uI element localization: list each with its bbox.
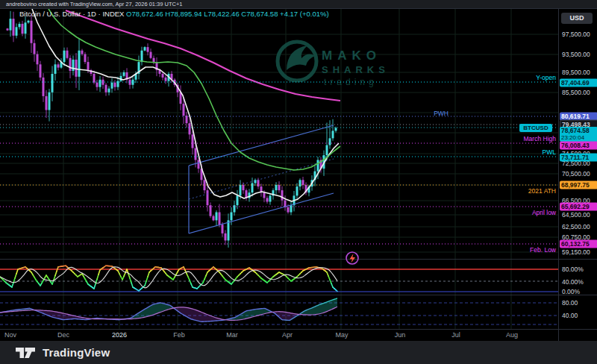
- price-tick-label: 80.00%: [562, 266, 584, 273]
- tradingview-chart-window: MAKO SHARKS trading andrebovino created …: [0, 0, 597, 364]
- level-line-label: PWL: [543, 148, 556, 156]
- currency-toggle-button[interactable]: USD: [561, 13, 593, 24]
- chart-canvas[interactable]: MAKO SHARKS trading: [0, 0, 597, 364]
- ohlc-open: O78,672.46: [126, 10, 163, 18]
- price-line-badge[interactable]: 60,132.75: [560, 240, 597, 248]
- symbol-title[interactable]: Bitcoin / U.S. Dollar · 1D · INDEX: [19, 10, 124, 18]
- ohlc-high: H78,895.94: [165, 10, 201, 18]
- ohlc-low: L78,422.46: [204, 10, 240, 18]
- symbol-legend[interactable]: Bitcoin / U.S. Dollar · 1D · INDEX O78,6…: [19, 10, 329, 18]
- ohlc-close: C78,674.58: [241, 10, 278, 18]
- tradingview-logo-icon[interactable]: [15, 345, 36, 361]
- price-line-badge[interactable]: 87,404.69: [560, 79, 597, 87]
- time-axis-label: Jun: [395, 331, 406, 339]
- price-tick-label: 85,500.00: [562, 89, 590, 96]
- stochastic-pane: [0, 266, 558, 292]
- price-tick-label: 40.00%: [562, 278, 584, 286]
- price-line-badge[interactable]: 68,997.75: [560, 181, 597, 189]
- ohlc-change: +4.17 (+0.01%): [280, 10, 329, 18]
- price-line-badge[interactable]: 65,692.29: [560, 203, 597, 211]
- lightning-sticker[interactable]: [346, 252, 358, 264]
- brand-watermark: MAKO SHARKS trading: [278, 42, 390, 87]
- price-line-badge[interactable]: 76,008.43: [560, 142, 597, 150]
- level-line-label: Y-open: [536, 74, 556, 81]
- series-label-badge: BTCUSD: [519, 124, 552, 132]
- footer-bar: TradingView: [0, 341, 597, 364]
- watermark-line2: SHARKS: [322, 64, 390, 75]
- time-axis-label: May: [335, 331, 348, 339]
- level-line-label: PWH: [434, 110, 448, 117]
- price-tick-label: 97,500.00: [562, 31, 590, 38]
- countdown-timer: 23:20:04: [561, 134, 596, 141]
- time-axis-label: Apr: [282, 331, 293, 339]
- price-line-badge[interactable]: 78,674.5823:20:04: [560, 127, 597, 142]
- wavetrend-pane: [0, 298, 558, 324]
- price-tick-label: 80.00: [562, 299, 578, 307]
- level-line-label: 2021 ATH: [528, 187, 556, 195]
- price-tick-label: 70,500.00: [562, 170, 590, 178]
- price-tick-label: 40.00: [562, 312, 578, 319]
- time-axis-label: Feb: [173, 331, 185, 339]
- level-line-label: April low: [532, 209, 556, 216]
- price-tick-label: 93,500.00: [562, 51, 590, 58]
- attribution-text: andrebovino created with TradingView.com…: [6, 1, 182, 7]
- time-axis-label: 2026: [112, 331, 127, 339]
- attribution-bar: andrebovino created with TradingView.com…: [0, 0, 597, 8]
- lightning-bolt-icon: [350, 254, 356, 263]
- price-tick-label: 64,500.00: [562, 211, 590, 219]
- tradingview-wordmark[interactable]: TradingView: [43, 346, 110, 359]
- time-axis-label: Mar: [226, 331, 238, 339]
- price-tick-label: 62,500.00: [562, 223, 590, 230]
- price-line-badge[interactable]: 73,711.71: [560, 154, 597, 162]
- time-axis-label: Nov: [4, 331, 16, 339]
- price-tick-label: 0.00%: [562, 288, 580, 295]
- time-axis-label: Jul: [451, 331, 460, 339]
- price-tick-label: 89,500.00: [562, 69, 590, 76]
- level-line-label: Feb. Low: [530, 246, 556, 254]
- watermark-line1: MAKO: [322, 48, 381, 63]
- time-axis-label: Dec: [57, 331, 69, 339]
- time-axis-label: Aug: [506, 331, 518, 339]
- level-line-label: March High: [524, 135, 556, 142]
- price-tick-label: 59,150.00: [562, 248, 590, 256]
